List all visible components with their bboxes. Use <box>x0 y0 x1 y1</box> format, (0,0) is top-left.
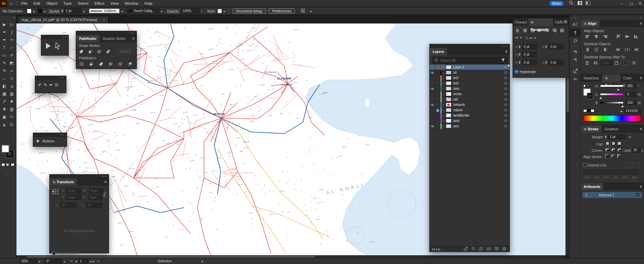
stroke-weight-stepper[interactable] <box>61 8 63 13</box>
nib-icon[interactable]: N <box>55 82 58 87</box>
layer-name[interactable]: dots <box>453 87 504 90</box>
dash-field-4[interactable] <box>621 170 629 174</box>
tab-graphic-styles[interactable]: Graphic Styles <box>100 35 128 42</box>
layer-target-icon[interactable] <box>504 114 507 117</box>
panel-menu-icon[interactable]: ≡ <box>640 127 642 131</box>
gradient-button[interactable] <box>6 163 10 166</box>
brush-icon[interactable]: ✐ <box>38 82 42 87</box>
previous-artboard-icon[interactable]: ◀ <box>75 260 77 263</box>
expand-layer-icon[interactable]: › <box>442 125 446 128</box>
paragraph-panel-icon[interactable]: ¶ <box>570 28 581 37</box>
export-panel-icon[interactable] <box>570 67 581 75</box>
magic-wand-tool[interactable]: ✶ <box>1 28 8 36</box>
brightness-slider[interactable] <box>600 102 624 104</box>
artboard-tool[interactable]: ▣ <box>1 113 8 121</box>
layer-thumbnail[interactable] <box>446 97 451 102</box>
close-icon[interactable]: × <box>64 36 67 39</box>
toolbar-collapse-icon[interactable]: « <box>13 16 15 19</box>
outline-button[interactable] <box>117 61 124 67</box>
hex-field[interactable]: FFFFFF <box>624 109 641 114</box>
align-right-button[interactable] <box>601 34 609 39</box>
share-button[interactable]: Share <box>549 1 564 6</box>
artboard-nav-dropdown-icon[interactable] <box>88 258 92 264</box>
none-swatch[interactable] <box>583 109 587 112</box>
distribute-hcenter-button[interactable] <box>624 47 631 52</box>
first-line-indent-field[interactable]: 0 pt <box>522 52 537 57</box>
panel-menu-icon[interactable]: ≡ <box>505 49 507 54</box>
hue-slider[interactable] <box>600 85 624 87</box>
hyphenate-checkbox[interactable] <box>515 70 518 73</box>
layer-name[interactable]: network <box>453 103 504 107</box>
tab-character[interactable]: Charact <box>513 18 529 26</box>
blend-tool[interactable]: ❖ <box>8 97 15 105</box>
layer-row-dots[interactable]: ›dots <box>430 86 509 91</box>
status-expand-icon[interactable]: ‹ <box>206 260 207 263</box>
illustrator-logo-icon[interactable]: Ai <box>0 0 7 7</box>
tab-layers[interactable]: Layers <box>430 48 447 55</box>
trim-button[interactable] <box>89 61 95 67</box>
expand-button[interactable]: Expand <box>116 49 134 54</box>
pen-tool[interactable]: ✒ <box>1 36 8 44</box>
panel-menu-icon[interactable]: ≡ <box>565 19 567 24</box>
saturation-field[interactable]: 0 <box>626 92 636 97</box>
w-field[interactable]: 0 px <box>89 188 103 193</box>
style-dropdown-icon[interactable] <box>222 8 225 14</box>
layer-name[interactable]: sea <box>453 124 504 128</box>
align-left-button[interactable] <box>514 27 521 33</box>
maximize-button[interactable]: ▢ <box>627 0 636 7</box>
menu-select[interactable]: Select <box>75 0 92 7</box>
minus-back-button[interactable] <box>127 61 134 67</box>
corner-round-button[interactable] <box>611 147 616 152</box>
collect-for-export-icon[interactable] <box>464 246 468 252</box>
color-button[interactable] <box>1 163 5 166</box>
panel-header[interactable]: «× <box>41 35 68 39</box>
layer-name[interactable]: txt3 <box>453 81 504 85</box>
layer-target-icon[interactable] <box>504 104 507 106</box>
cap-projecting-button[interactable] <box>617 141 622 146</box>
first-line-indent-stepper[interactable] <box>519 52 521 57</box>
visibility-toggle[interactable] <box>430 108 435 113</box>
layer-name[interactable]: landBorder <box>453 114 504 117</box>
column-graph-tool[interactable]: ▥ <box>8 105 15 113</box>
layer-row-txt2[interactable]: ›txt2 <box>430 75 509 81</box>
document-tab-close-icon[interactable]: × <box>103 18 105 22</box>
reference-point-grid[interactable] <box>52 189 59 194</box>
brush-dropdown-icon[interactable] <box>159 8 163 14</box>
layer-row-landborder[interactable]: ›landBorder <box>430 113 509 118</box>
layer-target-icon[interactable] <box>504 77 507 79</box>
limit-field[interactable]: 10 <box>632 147 640 152</box>
visibility-toggle[interactable] <box>430 118 435 124</box>
artboard-nav-field[interactable]: 1 <box>78 259 88 263</box>
stroke-swatch[interactable] <box>38 9 42 13</box>
align-left-button[interactable] <box>584 34 591 39</box>
layer-target-icon[interactable] <box>504 98 507 101</box>
lasso-tool[interactable]: ʃ <box>8 28 15 36</box>
slice-tool[interactable]: ✄ <box>8 113 15 121</box>
hue-field[interactable]: 300 <box>626 83 636 88</box>
lock-toggle[interactable] <box>435 108 440 113</box>
cursor-tool-icon[interactable] <box>55 42 61 51</box>
h-field[interactable]: 0 px <box>88 195 102 200</box>
line-segment-tool[interactable]: ∕ <box>8 44 15 51</box>
document-tab[interactable]: map_official_01.pdf* @ 50 % (CMYK/Previe… <box>18 16 109 23</box>
rotation-field[interactable]: 0° <box>45 259 62 263</box>
layer-thumbnail[interactable] <box>446 76 451 80</box>
close-icon[interactable]: × <box>132 31 135 35</box>
lock-toggle[interactable] <box>435 81 440 86</box>
opacity-label[interactable]: Opacity: <box>167 9 180 13</box>
play-icon[interactable] <box>37 139 40 143</box>
eraser-tool[interactable]: ◩ <box>8 59 15 67</box>
fill-swatch[interactable] <box>27 9 32 13</box>
distribute-bottom-button[interactable] <box>601 47 609 52</box>
black-swatch[interactable] <box>587 109 591 112</box>
layer-row-txt3[interactable]: ›txt3 <box>430 81 509 86</box>
document-setup-button[interactable]: Document Setup <box>232 8 266 14</box>
layer-target-icon[interactable] <box>504 71 507 74</box>
panel-header[interactable]: «× <box>33 133 67 137</box>
stroke-weight-dropdown-icon[interactable] <box>82 8 85 14</box>
space-before-field[interactable]: 0 pt <box>522 60 537 65</box>
visibility-toggle[interactable] <box>430 97 435 102</box>
character-panel-icon[interactable]: A⌶ <box>570 20 581 28</box>
panel-header[interactable]: «× <box>50 175 109 178</box>
lock-toggle[interactable] <box>435 70 440 75</box>
